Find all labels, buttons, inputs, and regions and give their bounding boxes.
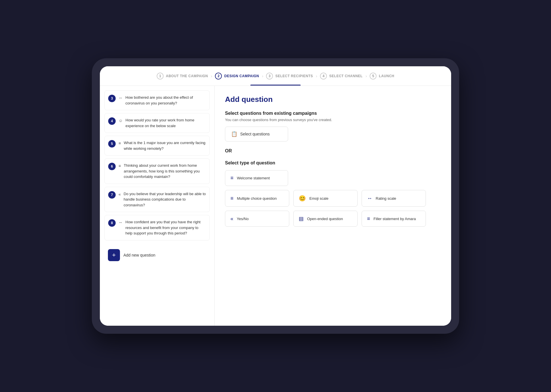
list-icon-6: ≡	[119, 164, 121, 168]
rating-icon-3: ↔	[119, 96, 123, 100]
step-2-number: 2	[215, 73, 222, 79]
existing-section-title: Select questions from existing campaigns	[225, 111, 441, 116]
question-badge-7: 7	[108, 191, 116, 199]
type-multiple-choice[interactable]: ≡ Multiple choice question	[225, 190, 289, 207]
main-content: 3 ↔ How bothered are you about the effec…	[100, 86, 451, 326]
stepper-items: 1 ABOUT THE CAMPAIGN › 2 DESIGN CAMPAIGN…	[157, 73, 394, 85]
question-badge-4: 4	[108, 117, 116, 125]
welcome-label: Welcome statement	[237, 176, 270, 180]
add-question-section: + Add new question	[104, 246, 210, 265]
tablet-screen: 1 ABOUT THE CAMPAIGN › 2 DESIGN CAMPAIGN…	[100, 66, 451, 326]
step-2-label: DESIGN CAMPAIGN	[224, 74, 259, 78]
step-1-number: 1	[157, 73, 164, 79]
step-2[interactable]: 2 DESIGN CAMPAIGN	[215, 73, 259, 79]
step-4[interactable]: 4 SELECT CHANNEL	[320, 73, 362, 79]
add-question-label: Add new question	[123, 253, 155, 257]
question-badge-6: 6	[108, 163, 116, 170]
question-text-7: Do you believe that your leadership will…	[124, 191, 206, 208]
step-1[interactable]: 1 ABOUT THE CAMPAIGN	[157, 73, 208, 79]
step-5-number: 5	[370, 73, 377, 79]
separator-2: ›	[262, 74, 263, 78]
question-text-5: What is the 1 major issue you are curren…	[124, 140, 206, 151]
active-step-underline	[251, 85, 301, 86]
welcome-icon: ≡	[230, 175, 234, 181]
select-questions-label: Select questions	[240, 132, 270, 136]
rating-scale-icon: ↔	[367, 195, 372, 201]
question-text-3: How bothered are you about the effect of…	[125, 95, 206, 106]
or-divider: OR	[225, 148, 441, 154]
open-ended-label: Open-ended question	[307, 217, 343, 221]
step-5[interactable]: 5 LAUNCH	[370, 73, 394, 79]
filler-label: Filler statement by Amara	[374, 217, 416, 221]
open-ended-icon: ▤	[299, 216, 304, 222]
tablet-frame: 1 ABOUT THE CAMPAIGN › 2 DESIGN CAMPAIGN…	[92, 58, 459, 334]
sidebar: 3 ↔ How bothered are you about the effec…	[100, 86, 215, 326]
step-3[interactable]: 3 SELECT RECIPIENTS	[266, 73, 313, 79]
question-text-6: Thinking about your current work from ho…	[124, 163, 206, 180]
list-icon-5: ≡	[119, 141, 121, 145]
question-item-5[interactable]: 5 ≡ What is the 1 major issue you are cu…	[104, 136, 210, 156]
question-badge-5: 5	[108, 140, 116, 148]
question-badge-3: 3	[108, 95, 116, 102]
stepper: 1 ABOUT THE CAMPAIGN › 2 DESIGN CAMPAIGN…	[100, 66, 451, 86]
emoji-scale-icon: 😊	[299, 195, 306, 202]
filler-icon: ≡	[367, 216, 370, 222]
step-5-label: LAUNCH	[379, 74, 394, 78]
emoji-icon-4: ☺	[119, 118, 123, 123]
type-emoji-scale[interactable]: 😊 Emoji scale	[293, 190, 358, 207]
step-4-label: SELECT CHANNEL	[329, 74, 362, 78]
question-text-4: How would you rate your work from home e…	[125, 117, 206, 129]
yes-no-label: Yes/No	[237, 217, 249, 221]
question-item-4[interactable]: 4 ☺ How would you rate your work from ho…	[104, 113, 210, 133]
step-4-number: 4	[320, 73, 327, 79]
panel-title: Add question	[225, 95, 441, 104]
add-question-button[interactable]: +	[108, 249, 120, 261]
type-yes-no[interactable]: « Yes/No	[225, 211, 289, 227]
rating-scale-label: Rating scale	[376, 196, 396, 201]
question-badge-8: 8	[108, 219, 116, 227]
multiple-choice-icon: ≡	[230, 195, 234, 201]
type-welcome-statement[interactable]: ≡ Welcome statement	[225, 170, 288, 186]
multiple-choice-label: Multiple choice question	[237, 196, 277, 201]
separator-1: ›	[211, 74, 212, 78]
separator-4: ›	[366, 74, 367, 78]
arrows-icon-7: «	[119, 192, 121, 197]
step-1-label: ABOUT THE CAMPAIGN	[166, 74, 208, 78]
select-questions-button[interactable]: 📋 Select questions	[225, 127, 288, 141]
select-questions-icon: 📋	[231, 131, 237, 137]
right-panel: Add question Select questions from exist…	[215, 86, 451, 326]
type-section-title: Select type of question	[225, 160, 441, 166]
type-rating-scale[interactable]: ↔ Rating scale	[362, 190, 426, 207]
step-3-label: SELECT RECIPIENTS	[275, 74, 313, 78]
question-types-grid: ≡ Welcome statement ≡ Multiple choice qu…	[225, 170, 426, 227]
type-open-ended[interactable]: ▤ Open-ended question	[293, 211, 358, 227]
question-item-8[interactable]: 8 ↔ How confident are you that you have …	[104, 215, 210, 240]
step-3-number: 3	[266, 73, 273, 79]
separator-3: ›	[316, 74, 317, 78]
existing-section-subtitle: You can choose questions from previous s…	[225, 118, 441, 122]
question-text-8: How confident are you that you have the …	[125, 219, 206, 236]
emoji-scale-label: Emoji scale	[309, 196, 328, 201]
yes-no-icon: «	[230, 216, 233, 222]
question-item-3[interactable]: 3 ↔ How bothered are you about the effec…	[104, 90, 210, 110]
rating-icon-8: ↔	[119, 220, 123, 225]
type-filler-statement[interactable]: ≡ Filler statement by Amara	[362, 211, 426, 227]
question-item-7[interactable]: 7 « Do you believe that your leadership …	[104, 187, 210, 212]
question-item-6[interactable]: 6 ≡ Thinking about your current work fro…	[104, 158, 210, 184]
